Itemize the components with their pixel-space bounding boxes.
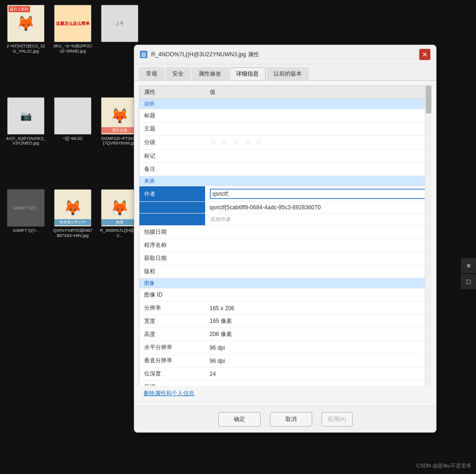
prop-add-author[interactable]: 添加作者 [205, 214, 431, 226]
file-label: 4A)Y_6QEY)N43K3_V3Y2MEO.jpg [6, 136, 46, 146]
prop-label [139, 214, 205, 226]
apply-button[interactable]: 应用(A) [322, 412, 353, 427]
file-label: 3KU_~)I~%)$1PP2C3Z~5RMD.jpg [53, 44, 93, 54]
tab-previous-versions[interactable]: 以前的版本 [267, 67, 309, 80]
overlay-text: 我不会做 [101, 127, 138, 133]
prop-value[interactable] [205, 163, 431, 176]
scrollbar-thumb[interactable] [426, 85, 431, 114]
prop-label: 版权 [139, 265, 205, 278]
prop-value[interactable] [205, 252, 431, 265]
prop-value[interactable] [205, 239, 431, 252]
table-row-author[interactable]: 作者 qsnctf; [139, 186, 431, 202]
table-row[interactable]: 程序名称 [139, 239, 431, 252]
table-row[interactable]: 高度 206 像素 [139, 328, 431, 341]
prop-label: 标记 [139, 150, 205, 163]
list-item[interactable]: 📷 4A)Y_6QEY)N43K3_V3Y2MEO.jpg [5, 97, 47, 185]
section-source: 来源 [139, 176, 431, 186]
prop-value[interactable] [205, 226, 431, 239]
table-row[interactable]: 备注 [139, 163, 431, 176]
table-row[interactable]: 图像 ID [139, 289, 431, 302]
prop-author-label: 作者 [139, 186, 205, 202]
prop-value[interactable] [205, 265, 431, 278]
file-label: QXI%Y%RTO@M87$87X63~H6V.jpg [53, 228, 93, 238]
watermark: CSDN @是liku不是里库 [416, 462, 471, 469]
menu-icon[interactable]: ≡ [461, 258, 476, 273]
delete-properties-link[interactable]: 删除属性和个人信息 [139, 386, 431, 401]
file-label: 2~NT}H}T2}ECS_32G_YHL1C.jpg [6, 44, 46, 54]
author-input[interactable]: qsnctf; [210, 189, 427, 199]
section-image: 图像 [139, 278, 431, 289]
prop-label [139, 202, 205, 214]
file-name-short: G0MF7`Q(Y... [13, 206, 38, 210]
file-label: ~){[~WL5C [62, 136, 83, 141]
list-item[interactable]: ~){[~WL5C [52, 97, 94, 185]
prop-value[interactable] [205, 109, 431, 122]
section-source-label: 来源 [139, 176, 431, 186]
table-row[interactable]: 版权 [139, 265, 431, 278]
list-item[interactable]: 🦊 题目上新啦 2~NT}H}T2}ECS_32G_YHL1C.jpg [5, 5, 47, 92]
prop-label: 程序名称 [139, 239, 205, 252]
properties-dialog: 🖼 R_4NOO%7L{(H@3U22YNUWN3.jpg 属性 ✕ 常规 安全… [134, 45, 437, 433]
table-row[interactable]: 压缩 [139, 381, 431, 386]
tab-details[interactable]: 详细信息 [229, 67, 266, 80]
window-icon[interactable]: □ [461, 274, 476, 289]
dialog-footer: 确定 取消 应用(A) [134, 406, 436, 432]
table-row[interactable]: 分级 ☆ ☆ ☆ ☆ ☆ [139, 136, 431, 150]
confirm-button[interactable]: 确定 [218, 412, 261, 427]
add-author-placeholder[interactable]: 添加作者 [210, 216, 230, 222]
prop-value[interactable] [205, 122, 431, 136]
badge-text: 这题怎么这么简单 [56, 21, 90, 27]
dialog-body: 属性 值 说明 标题 主题 [134, 81, 436, 406]
table-row[interactable]: 主题 [139, 122, 431, 136]
prop-value: 24 [205, 367, 431, 381]
table-row[interactable]: 标记 [139, 150, 431, 163]
prop-value: 165 x 206 [205, 302, 431, 315]
col-property-header: 属性 [139, 86, 205, 99]
prop-author-guid: qsnctf{5cab6ff8-0684-4adc-95c3-892836070 [205, 202, 431, 214]
section-image-label: 图像 [139, 278, 431, 289]
author-name: qsnctf; [213, 191, 229, 197]
prop-label: 备注 [139, 163, 205, 176]
table-row[interactable]: 获取日期 [139, 252, 431, 265]
list-item[interactable]: 这题怎么这么简单 3KU_~)I~%)$1PP2C3Z~5RMD.jpg [52, 5, 94, 92]
prop-author-value[interactable]: qsnctf; [205, 186, 431, 202]
table-row[interactable]: 水平分辨率 96 dpi [139, 341, 431, 354]
dialog-tabs: 常规 安全 属性修改 详细信息 以前的版本 [134, 64, 436, 81]
file-label: G0MF7`Q(Y... [13, 228, 38, 233]
prop-label: 宽度 [139, 315, 205, 328]
prop-label: 垂直分辨率 [139, 354, 205, 367]
tab-general[interactable]: 常规 [139, 67, 164, 80]
prop-label: 主题 [139, 122, 205, 136]
sidebar-icons: ≡ □ [461, 258, 476, 289]
prop-label: 获取日期 [139, 252, 205, 265]
section-description-label: 说明 [139, 99, 431, 109]
table-row-add-author[interactable]: 添加作者 [139, 214, 431, 226]
section-description: 说明 [139, 99, 431, 109]
table-row[interactable]: 标题 [139, 109, 431, 122]
prop-value [205, 381, 431, 386]
table-row[interactable]: 垂直分辨率 96 dpi [139, 354, 431, 367]
list-item[interactable]: 🦊 快来青少年CTF QXI%Y%RTO@M87$87X63~H6V.jpg [52, 189, 94, 277]
prop-label: 高度 [139, 328, 205, 341]
stars-rating[interactable]: ☆ ☆ ☆ ☆ ☆ [210, 138, 264, 146]
prop-value: 96 dpi [205, 341, 431, 354]
scrollbar-track[interactable] [425, 85, 431, 386]
cancel-button[interactable]: 取消 [270, 412, 312, 427]
tab-security[interactable]: 安全 [165, 67, 191, 80]
table-row[interactable]: 分辨率 165 x 206 [139, 302, 431, 315]
tab-attributes[interactable]: 属性修改 [192, 67, 228, 80]
table-row-author-guid: qsnctf{5cab6ff8-0684-4adc-95c3-892836070 [139, 202, 431, 214]
list-item[interactable]: G0MF7`Q(Y... G0MF7`Q(Y... [5, 189, 47, 277]
table-row[interactable]: 宽度 165 像素 [139, 315, 431, 328]
prop-value[interactable] [205, 150, 431, 163]
prop-label: 分级 [139, 136, 205, 150]
table-row[interactable]: 位深度 24 [139, 367, 431, 381]
overlay-text: 快来青少年CTF [54, 219, 91, 225]
properties-table-wrapper: 属性 值 说明 标题 主题 [139, 85, 431, 386]
file-grid: 🦊 题目上新啦 2~NT}H}T2}ECS_32G_YHL1C.jpg 这题怎么… [0, 0, 131, 282]
dialog-titlebar: 🖼 R_4NOO%7L{(H@3U22YNUWN3.jpg 属性 ✕ [134, 45, 436, 64]
table-row[interactable]: 拍摄日期 [139, 226, 431, 239]
prop-value[interactable]: ☆ ☆ ☆ ☆ ☆ [205, 136, 431, 150]
prop-value: 165 像素 [205, 315, 431, 328]
close-button[interactable]: ✕ [419, 49, 430, 60]
